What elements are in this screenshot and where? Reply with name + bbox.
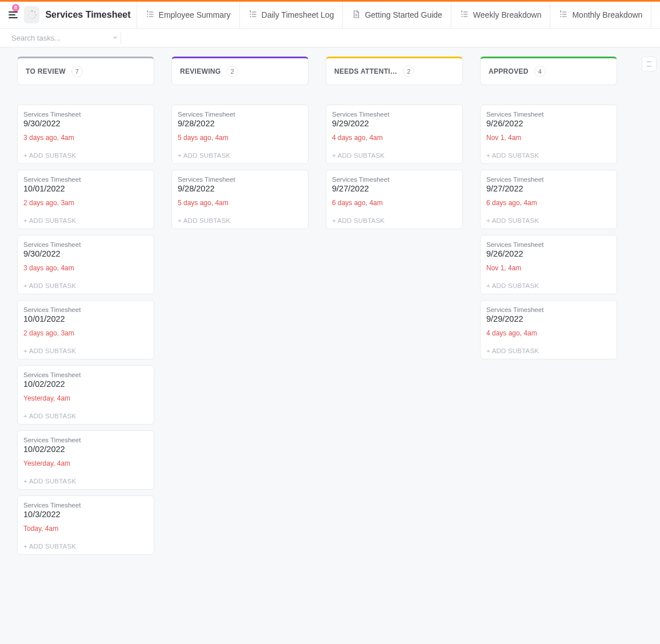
add-subtask-button[interactable]: + ADD SUBTASK xyxy=(486,217,611,224)
add-subtask-button[interactable]: + ADD SUBTASK xyxy=(178,152,302,159)
task-card[interactable]: Services Timesheet10/01/20222 days ago, … xyxy=(17,300,154,359)
add-subtask-button[interactable]: + ADD SUBTASK xyxy=(23,478,148,485)
task-card[interactable]: Services Timesheet9/30/20223 days ago, 4… xyxy=(17,235,154,294)
main-menu-button[interactable]: 8 xyxy=(6,7,21,23)
svg-point-39 xyxy=(561,16,561,17)
column-to-review: TO REVIEW7Services Timesheet9/30/20223 d… xyxy=(17,57,154,555)
svg-point-31 xyxy=(462,16,462,17)
column-count-badge: 2 xyxy=(403,66,414,77)
tab-label: Employee Summary xyxy=(159,10,231,19)
card-project-label: Services Timesheet xyxy=(23,371,148,378)
card-project-label: Services Timesheet xyxy=(178,111,302,118)
column-header[interactable]: REVIEWING2 xyxy=(171,57,309,85)
svg-point-30 xyxy=(462,14,462,14)
card-title: 9/29/2022 xyxy=(486,314,611,323)
svg-point-3 xyxy=(34,17,35,18)
card-project-label: Services Timesheet xyxy=(332,111,457,118)
task-card[interactable]: Services Timesheet10/3/2022Today, 4am+ A… xyxy=(17,495,154,555)
svg-point-5 xyxy=(29,17,29,18)
column-approved: APPROVED4Services Timesheet9/26/2022Nov … xyxy=(480,57,617,359)
card-project-label: Services Timesheet xyxy=(23,306,148,313)
svg-point-6 xyxy=(27,14,28,15)
tab-strip: Employee SummaryDaily Timesheet LogGetti… xyxy=(137,2,654,29)
loading-indicator xyxy=(24,6,40,23)
spinner-icon xyxy=(27,10,37,20)
list-icon xyxy=(146,10,155,21)
task-card[interactable]: Services Timesheet9/29/20224 days ago, 4… xyxy=(480,300,617,359)
svg-point-38 xyxy=(561,14,561,14)
tab-boar[interactable]: Boar xyxy=(651,2,654,29)
doc-icon xyxy=(351,10,361,21)
task-card[interactable]: Services Timesheet9/28/20225 days ago, 4… xyxy=(171,170,309,229)
add-subtask-button[interactable]: + ADD SUBTASK xyxy=(23,152,148,159)
card-due-date: 2 days ago, 3am xyxy=(23,199,148,207)
notifications-badge: 8 xyxy=(12,4,19,11)
tab-weekly-breakdown[interactable]: Weekly Breakdown xyxy=(451,2,550,29)
add-subtask-button[interactable]: + ADD SUBTASK xyxy=(23,413,148,419)
add-subtask-button[interactable]: + ADD SUBTASK xyxy=(23,347,148,354)
add-subtask-button[interactable]: + ADD SUBTASK xyxy=(23,217,148,224)
svg-point-1 xyxy=(34,11,35,13)
toolbar xyxy=(0,29,660,47)
add-subtask-button[interactable]: + ADD SUBTASK xyxy=(23,282,148,289)
add-subtask-button[interactable]: + ADD SUBTASK xyxy=(178,217,302,224)
card-project-label: Services Timesheet xyxy=(486,176,611,183)
chevron-down-icon xyxy=(112,34,118,42)
card-project-label: Services Timesheet xyxy=(178,176,302,183)
column-header[interactable]: TO REVIEW7 xyxy=(17,57,154,85)
task-card[interactable]: Services Timesheet9/27/20226 days ago, 4… xyxy=(326,170,463,229)
column-header[interactable]: APPROVED4 xyxy=(480,57,617,85)
column-reviewing: REVIEWING2Services Timesheet9/28/20225 d… xyxy=(171,57,309,229)
svg-point-37 xyxy=(561,11,561,12)
card-project-label: Services Timesheet xyxy=(23,502,148,509)
task-card[interactable]: Services Timesheet9/27/20226 days ago, 4… xyxy=(480,170,617,229)
search-input[interactable] xyxy=(11,34,107,42)
card-title: 9/30/2022 xyxy=(23,119,148,128)
task-card[interactable]: Services Timesheet9/28/20225 days ago, 4… xyxy=(171,105,309,164)
card-due-date: 3 days ago, 4am xyxy=(23,264,148,272)
add-subtask-button[interactable]: + ADD SUBTASK xyxy=(332,217,457,224)
card-due-date: 2 days ago, 3am xyxy=(23,329,148,337)
svg-point-0 xyxy=(31,10,32,11)
add-subtask-button[interactable]: + ADD SUBTASK xyxy=(486,347,611,354)
tab-employee-summary[interactable]: Employee Summary xyxy=(137,2,239,29)
search-control[interactable] xyxy=(7,31,121,44)
card-due-date: Nov 1, 4am xyxy=(486,134,611,142)
card-due-date: 4 days ago, 4am xyxy=(332,134,457,142)
task-card[interactable]: Services Timesheet10/02/2022Yesterday, 4… xyxy=(17,430,154,490)
add-subtask-button[interactable]: + ADD SUBTASK xyxy=(23,543,148,550)
hamburger-icon xyxy=(9,11,18,19)
card-title: 10/02/2022 xyxy=(23,445,148,454)
task-card[interactable]: Services Timesheet10/02/2022Yesterday, 4… xyxy=(17,365,154,425)
card-due-date: 6 days ago, 4am xyxy=(332,199,457,207)
card-project-label: Services Timesheet xyxy=(486,241,611,248)
task-card[interactable]: Services Timesheet9/26/2022Nov 1, 4am+ A… xyxy=(480,105,617,164)
card-title: 9/27/2022 xyxy=(486,184,611,193)
tab-monthly-breakdown[interactable]: Monthly Breakdown xyxy=(550,2,651,29)
svg-point-4 xyxy=(31,18,33,19)
tab-daily-timesheet-log[interactable]: Daily Timesheet Log xyxy=(239,2,343,29)
card-list: Services Timesheet9/29/20224 days ago, 4… xyxy=(326,105,463,229)
card-due-date: Nov 1, 4am xyxy=(486,264,611,272)
tab-label: Monthly Breakdown xyxy=(572,10,642,19)
list-icon xyxy=(559,10,568,21)
add-subtask-button[interactable]: + ADD SUBTASK xyxy=(332,152,457,159)
card-list: Services Timesheet9/28/20225 days ago, 4… xyxy=(171,105,309,229)
card-title: 10/01/2022 xyxy=(23,314,148,323)
card-due-date: 5 days ago, 4am xyxy=(178,134,302,142)
column-header[interactable]: NEEDS ATTENTI…2 xyxy=(326,57,463,85)
svg-point-20 xyxy=(250,14,251,14)
task-card[interactable]: Services Timesheet9/29/20224 days ago, 4… xyxy=(326,105,463,164)
add-subtask-button[interactable]: + ADD SUBTASK xyxy=(486,282,611,289)
card-title: 9/27/2022 xyxy=(332,184,457,193)
card-due-date: 3 days ago, 4am xyxy=(23,134,148,142)
tab-label: Weekly Breakdown xyxy=(473,10,542,19)
task-card[interactable]: Services Timesheet9/30/20223 days ago, 4… xyxy=(17,105,154,164)
task-card[interactable]: Services Timesheet9/26/2022Nov 1, 4am+ A… xyxy=(480,235,617,294)
add-subtask-button[interactable]: + ADD SUBTASK xyxy=(486,152,611,159)
card-due-date: 5 days ago, 4am xyxy=(178,199,302,207)
tab-getting-started-guide[interactable]: Getting Started Guide xyxy=(342,2,450,29)
collapse-column-button[interactable] xyxy=(642,57,657,71)
task-card[interactable]: Services Timesheet10/01/20222 days ago, … xyxy=(17,170,154,229)
svg-point-29 xyxy=(462,11,462,12)
